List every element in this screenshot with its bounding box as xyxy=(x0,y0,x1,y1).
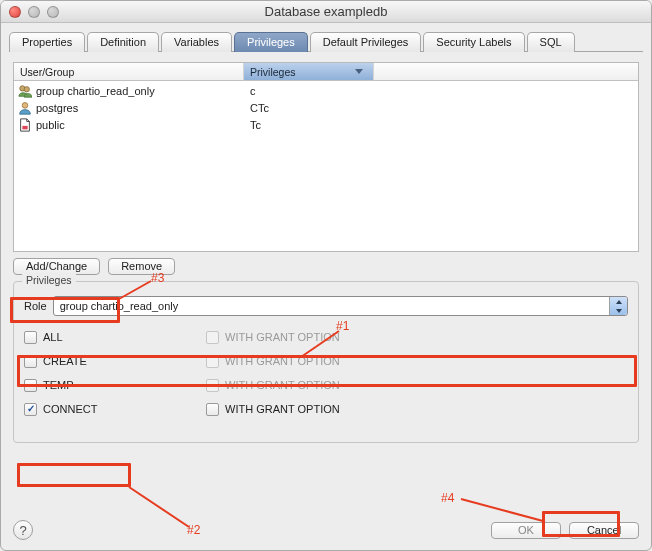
col-header-user-group-label: User/Group xyxy=(20,66,74,78)
checkbox-icon[interactable] xyxy=(24,355,37,368)
check-create-label: CREATE xyxy=(43,355,87,367)
check-connect-grant[interactable]: WITH GRANT OPTION xyxy=(206,403,426,416)
privileges-list[interactable]: User/Group Privileges group chartio_read… xyxy=(13,62,639,252)
checkbox-icon[interactable] xyxy=(24,379,37,392)
dialog-window: Database exampledb Properties Definition… xyxy=(0,0,652,551)
tab-definition[interactable]: Definition xyxy=(87,32,159,52)
cell-priv: CTc xyxy=(244,102,374,114)
user-icon xyxy=(18,101,32,115)
col-header-privileges[interactable]: Privileges xyxy=(244,63,374,81)
role-label: Role xyxy=(24,300,47,312)
annotation-box-2 xyxy=(17,463,131,487)
tab-properties[interactable]: Properties xyxy=(9,32,85,52)
zoom-icon[interactable] xyxy=(47,6,59,18)
check-connect[interactable]: CONNECT xyxy=(24,403,194,416)
check-all[interactable]: ALL xyxy=(24,331,194,344)
table-row[interactable]: postgres CTc xyxy=(14,99,638,116)
annotation-label-4: #4 xyxy=(441,491,454,505)
check-temp[interactable]: TEMP xyxy=(24,379,194,392)
tab-default-privileges[interactable]: Default Privileges xyxy=(310,32,422,52)
col-header-user-group[interactable]: User/Group xyxy=(14,63,244,81)
svg-point-2 xyxy=(22,102,28,108)
table-row[interactable]: public Tc xyxy=(14,116,638,133)
window-controls xyxy=(1,6,59,18)
close-icon[interactable] xyxy=(9,6,21,18)
role-select[interactable]: group chartio_read_only xyxy=(53,296,628,316)
tab-privileges[interactable]: Privileges xyxy=(234,32,308,52)
svg-point-1 xyxy=(24,86,29,91)
group-icon xyxy=(18,84,32,98)
col-header-privileges-label: Privileges xyxy=(250,66,296,78)
help-icon[interactable]: ? xyxy=(13,520,33,540)
grant-label: WITH GRANT OPTION xyxy=(225,331,340,343)
window-title: Database exampledb xyxy=(1,4,651,19)
checkbox-icon xyxy=(206,379,219,392)
grant-label: WITH GRANT OPTION xyxy=(225,355,340,367)
sort-indicator-icon xyxy=(355,69,363,74)
check-temp-grant: WITH GRANT OPTION xyxy=(206,379,426,392)
svg-rect-3 xyxy=(22,125,27,129)
check-create[interactable]: CREATE xyxy=(24,355,194,368)
check-all-label: ALL xyxy=(43,331,63,343)
checkbox-icon[interactable] xyxy=(206,403,219,416)
check-temp-label: TEMP xyxy=(43,379,74,391)
cell-user: public xyxy=(36,119,65,131)
grant-label: WITH GRANT OPTION xyxy=(225,403,340,415)
tab-sql[interactable]: SQL xyxy=(527,32,575,52)
checkbox-icon xyxy=(206,331,219,344)
stepper-icon[interactable] xyxy=(609,297,627,315)
privileges-fieldset: Role group chartio_read_only ALL WITH GR… xyxy=(13,281,639,443)
col-header-spacer xyxy=(374,63,638,81)
tab-bar: Properties Definition Variables Privileg… xyxy=(1,23,651,51)
checkbox-icon[interactable] xyxy=(24,403,37,416)
checkbox-icon[interactable] xyxy=(24,331,37,344)
cell-user: postgres xyxy=(36,102,78,114)
titlebar: Database exampledb xyxy=(1,1,651,23)
minimize-icon[interactable] xyxy=(28,6,40,18)
ok-button[interactable]: OK xyxy=(491,522,561,539)
checkbox-icon xyxy=(206,355,219,368)
tab-variables[interactable]: Variables xyxy=(161,32,232,52)
add-change-button[interactable]: Add/Change xyxy=(13,258,100,275)
check-create-grant: WITH GRANT OPTION xyxy=(206,355,426,368)
cancel-button[interactable]: Cancel xyxy=(569,522,639,539)
check-connect-label: CONNECT xyxy=(43,403,97,415)
tab-security-labels[interactable]: Security Labels xyxy=(423,32,524,52)
remove-button[interactable]: Remove xyxy=(108,258,175,275)
document-icon xyxy=(18,118,32,132)
grant-label: WITH GRANT OPTION xyxy=(225,379,340,391)
cell-user: group chartio_read_only xyxy=(36,85,155,97)
cell-priv: c xyxy=(244,85,374,97)
cell-priv: Tc xyxy=(244,119,374,131)
table-row[interactable]: group chartio_read_only c xyxy=(14,82,638,99)
role-select-value: group chartio_read_only xyxy=(54,300,609,312)
check-all-grant: WITH GRANT OPTION xyxy=(206,331,426,344)
